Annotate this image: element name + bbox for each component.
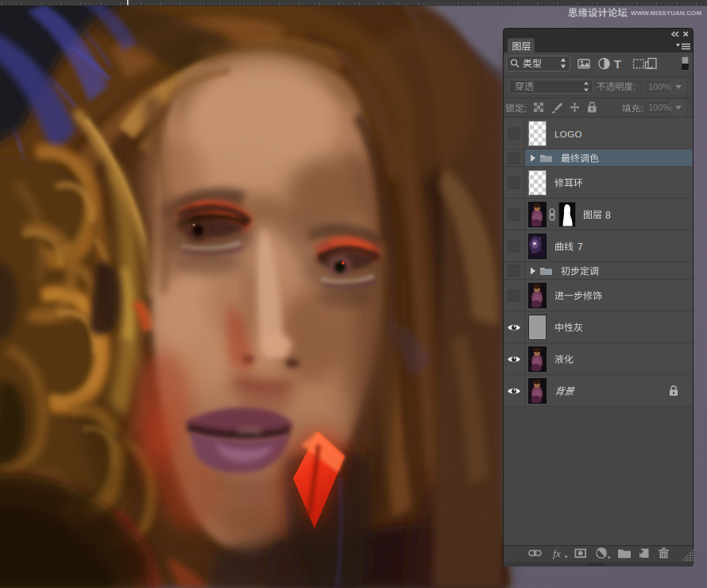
svg-text:WWW.MISSYUAN.COM: WWW.MISSYUAN.COM	[631, 10, 701, 17]
svg-text:7: 7	[578, 242, 583, 253]
svg-text:100%: 100%	[648, 82, 670, 91]
svg-text:LOGO: LOGO	[554, 130, 582, 139]
svg-text:100%: 100%	[648, 103, 670, 112]
svg-text:fx: fx	[553, 547, 561, 559]
svg-text:8: 8	[605, 210, 611, 221]
svg-text:T: T	[614, 58, 621, 71]
